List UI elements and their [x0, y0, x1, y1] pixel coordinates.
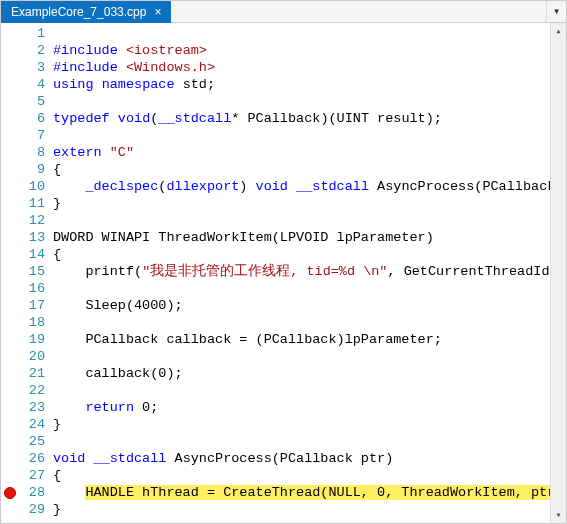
chevron-up-icon: ▴ — [555, 25, 561, 37]
glyph-row[interactable] — [1, 399, 19, 416]
glyph-margin[interactable] — [1, 23, 19, 523]
code-line[interactable] — [53, 280, 566, 297]
glyph-row[interactable] — [1, 263, 19, 280]
token: ) — [239, 179, 255, 194]
code-line[interactable]: #include <iostream> — [53, 42, 566, 59]
close-icon[interactable]: × — [154, 6, 161, 18]
chevron-down-icon: ▾ — [555, 509, 561, 521]
token: { — [53, 468, 61, 483]
code-line[interactable]: extern "C" — [53, 144, 566, 161]
line-number: 27 — [19, 467, 45, 484]
code-area[interactable]: #include <iostream>#include <Windows.h>u… — [53, 23, 566, 523]
code-line[interactable] — [53, 314, 566, 331]
code-line[interactable]: { — [53, 467, 566, 484]
code-line[interactable]: { — [53, 246, 566, 263]
code-line[interactable]: DWORD WINAPI ThreadWorkItem(LPVOID lpPar… — [53, 229, 566, 246]
token: AsyncProcess(PCallback ptr) — [166, 451, 393, 466]
code-line[interactable]: _declspec(dllexport) void __stdcall Asyn… — [53, 178, 566, 195]
scroll-up-button[interactable]: ▴ — [551, 23, 566, 39]
line-number: 7 — [19, 127, 45, 144]
glyph-row[interactable] — [1, 246, 19, 263]
code-line[interactable]: } — [53, 501, 566, 518]
code-line[interactable]: using namespace std; — [53, 76, 566, 93]
glyph-row[interactable] — [1, 127, 19, 144]
glyph-row[interactable] — [1, 212, 19, 229]
glyph-row[interactable] — [1, 144, 19, 161]
glyph-row[interactable] — [1, 178, 19, 195]
tab-overflow-button[interactable]: ▾ — [546, 1, 566, 22]
glyph-row[interactable] — [1, 450, 19, 467]
glyph-row[interactable] — [1, 161, 19, 178]
token — [53, 400, 85, 415]
line-number: 17 — [19, 297, 45, 314]
line-number: 5 — [19, 93, 45, 110]
glyph-row[interactable] — [1, 280, 19, 297]
glyph-row[interactable] — [1, 297, 19, 314]
code-line[interactable]: typedef void(__stdcall* PCallback)(UINT … — [53, 110, 566, 127]
code-line[interactable]: printf("我是非托管的工作线程, tid=%d \n", GetCurre… — [53, 263, 566, 280]
glyph-row[interactable] — [1, 195, 19, 212]
token-kw: namespace — [102, 77, 175, 92]
code-line[interactable]: Sleep(4000); — [53, 297, 566, 314]
glyph-row[interactable] — [1, 416, 19, 433]
code-line[interactable] — [53, 433, 566, 450]
code-line[interactable]: #include <Windows.h> — [53, 59, 566, 76]
glyph-row[interactable] — [1, 348, 19, 365]
token — [288, 179, 296, 194]
glyph-row[interactable] — [1, 365, 19, 382]
file-tab[interactable]: ExampleCore_7_033.cpp × — [1, 1, 171, 23]
code-line[interactable] — [53, 127, 566, 144]
line-number: 4 — [19, 76, 45, 93]
glyph-row[interactable] — [1, 382, 19, 399]
line-number: 12 — [19, 212, 45, 229]
glyph-row[interactable] — [1, 331, 19, 348]
line-number: 19 — [19, 331, 45, 348]
token-str: <Windows.h> — [126, 60, 215, 75]
glyph-row[interactable] — [1, 484, 19, 501]
glyph-row[interactable] — [1, 433, 19, 450]
token: AsyncProcess(PCallback ptr — [369, 179, 566, 194]
token-kw: __stdcall — [94, 451, 167, 466]
code-line[interactable]: void __stdcall AsyncProcess(PCallback pt… — [53, 450, 566, 467]
code-line[interactable] — [53, 382, 566, 399]
glyph-row[interactable] — [1, 93, 19, 110]
token-kw: return — [85, 400, 134, 415]
code-line[interactable]: } — [53, 416, 566, 433]
code-line[interactable] — [53, 348, 566, 365]
glyph-row[interactable] — [1, 229, 19, 246]
line-number: 22 — [19, 382, 45, 399]
code-line[interactable]: callback(0); — [53, 365, 566, 382]
code-line[interactable]: { — [53, 161, 566, 178]
code-line[interactable]: HANDLE hThread = CreateThread(NULL, 0, T… — [53, 484, 566, 501]
line-number: 25 — [19, 433, 45, 450]
glyph-row[interactable] — [1, 42, 19, 59]
glyph-row[interactable] — [1, 76, 19, 93]
token-kw: __stdcall — [158, 111, 231, 126]
line-number: 6 — [19, 110, 45, 127]
code-line[interactable] — [53, 93, 566, 110]
code-line[interactable]: return 0; — [53, 399, 566, 416]
code-line[interactable]: } — [53, 195, 566, 212]
breakpoint-icon[interactable] — [4, 487, 16, 499]
code-line[interactable]: PCallback callback = (PCallback)lpParame… — [53, 331, 566, 348]
scroll-down-button[interactable]: ▾ — [551, 507, 566, 523]
glyph-row[interactable] — [1, 501, 19, 518]
code-line[interactable] — [53, 25, 566, 42]
token — [118, 43, 126, 58]
token-kw: void — [118, 111, 150, 126]
glyph-row[interactable] — [1, 59, 19, 76]
token: 0; — [134, 400, 158, 415]
token: Sleep(4000); — [53, 298, 183, 313]
code-line[interactable] — [53, 212, 566, 229]
token-kw: extern — [53, 145, 102, 160]
glyph-row[interactable] — [1, 467, 19, 484]
line-number: 26 — [19, 450, 45, 467]
line-number: 14 — [19, 246, 45, 263]
token — [118, 60, 126, 75]
glyph-row[interactable] — [1, 314, 19, 331]
code-editor[interactable]: 1234567891011121314151617181920212223242… — [1, 23, 566, 523]
vertical-scrollbar[interactable]: ▴ ▾ — [550, 23, 566, 523]
glyph-row[interactable] — [1, 25, 19, 42]
tab-title: ExampleCore_7_033.cpp — [11, 5, 146, 19]
glyph-row[interactable] — [1, 110, 19, 127]
